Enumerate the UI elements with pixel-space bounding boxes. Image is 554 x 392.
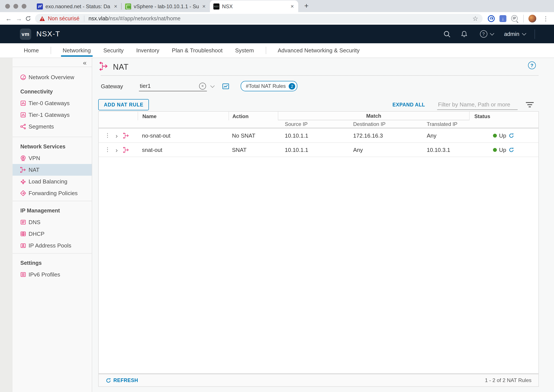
sidebar-item-ip-address-pools[interactable]: IP Address Pools [13, 240, 92, 251]
tab-close-icon[interactable]: × [290, 3, 295, 9]
help-icon[interactable]: ? [480, 30, 487, 38]
rule-destination-ip: Any [346, 147, 420, 153]
sidebar-divider [13, 137, 92, 137]
nav-advanced-networking[interactable]: Advanced Networking & Security [277, 43, 361, 57]
dhcp-icon [20, 231, 26, 237]
sidebar-item-ipv6-profiles[interactable]: IPv6 Profiles [13, 269, 92, 280]
sidebar-item-label: Tier-1 Gateways [28, 112, 70, 118]
window-zoom-button[interactable] [22, 4, 26, 8]
profile-avatar[interactable] [528, 14, 536, 22]
row-expand-chevron-icon[interactable]: › [116, 146, 118, 153]
ip-ring: IP [511, 15, 518, 22]
row-menu-icon[interactable]: ⋮ [105, 147, 110, 152]
expand-all-button[interactable]: EXPAND ALL [393, 102, 425, 107]
window-close-button[interactable] [5, 4, 10, 8]
window-minimize-button[interactable] [14, 4, 18, 8]
gateway-value: tier1 [139, 83, 151, 89]
total-nat-rules-chip[interactable]: #Total NAT Rules 2 [241, 81, 298, 91]
sidebar-item-forwarding-policies[interactable]: Forwarding Policies [13, 187, 92, 199]
clear-selection-icon[interactable]: × [199, 82, 206, 89]
onepassword-extension-icon[interactable] [488, 15, 495, 22]
gateway-chevron-down-icon[interactable] [210, 83, 215, 88]
refresh-button[interactable]: REFRESH [105, 378, 138, 383]
status-refresh-icon[interactable] [508, 133, 514, 138]
action-column-header: Action [229, 112, 278, 120]
sidebar-collapse-button[interactable]: « [13, 58, 92, 67]
status-label: Up [499, 147, 506, 153]
tab-close-icon[interactable]: × [113, 3, 118, 9]
nav-home[interactable]: Home [23, 43, 40, 57]
sidebar-item-label: Load Balancing [28, 178, 67, 185]
sidebar-item-dhcp[interactable]: DHCP [13, 228, 92, 240]
ip-pools-icon [20, 242, 26, 249]
sidebar-item-vpn[interactable]: VPN [13, 152, 92, 164]
nav-system[interactable]: System [234, 43, 255, 57]
back-button[interactable]: ← [3, 15, 14, 22]
bookmark-star-icon[interactable]: ☆ [472, 14, 478, 22]
row-menu-icon[interactable]: ⋮ [105, 133, 110, 138]
sidebar-item-segments[interactable]: Segments [13, 121, 92, 133]
nav-divider [266, 47, 266, 54]
sidebar-item-nat[interactable]: NAT [13, 164, 92, 176]
sidebar-item-dns[interactable]: DNS [13, 216, 92, 228]
browser-tab-nsx-active[interactable]: NSX NSX × [210, 0, 298, 12]
filter-icon[interactable] [526, 102, 534, 107]
table-row[interactable]: ⋮ › snat-out SNAT 10.10.1.1 Any 10.10.3.… [99, 143, 538, 157]
user-chevron-down-icon [522, 31, 526, 35]
user-menu[interactable]: admin [504, 31, 519, 37]
app-body: « Network Overview Connectivity Tier-0 G… [0, 58, 554, 392]
url-path: /nsx/#/app/networks/nat/home [108, 15, 181, 21]
nav-networking[interactable]: Networking [62, 43, 91, 57]
product-name: NSX-T [36, 30, 60, 38]
browser-menu-icon[interactable]: ⋮ [541, 15, 551, 22]
nav-inventory[interactable]: Inventory [135, 43, 160, 57]
not-secure-label: Non sécurisé [48, 15, 79, 21]
sidebar-item-network-overview[interactable]: Network Overview [13, 71, 92, 83]
nav-security[interactable]: Security [102, 43, 124, 57]
forward-button[interactable]: → [14, 15, 24, 22]
url-host: nsx.vlab [89, 15, 108, 21]
sidebar-item-label: Tier-0 Gateways [28, 100, 70, 106]
tab-title: exo.naoned.net - Status: Dashbo [45, 3, 111, 9]
address-bar[interactable]: Non sécurisé nsx.vlab /nsx/#/app/network… [35, 14, 483, 23]
browser-tab-vsphere[interactable]: vSphere - lab-10.10.1.1 - Summar × [122, 0, 210, 12]
nav-plan-troubleshoot[interactable]: Plan & Troubleshoot [171, 43, 223, 57]
load-balancing-icon [20, 178, 26, 185]
sidebar: « Network Overview Connectivity Tier-0 G… [13, 58, 92, 392]
name-column-header: Name [138, 112, 229, 120]
reload-button[interactable] [25, 15, 31, 21]
tab-close-icon[interactable]: × [202, 3, 206, 9]
add-nat-rule-button[interactable]: ADD NAT RULE [98, 99, 149, 110]
sidebar-item-label: Segments [28, 123, 54, 130]
sidebar-item-tier1-gateways[interactable]: Tier-1 Gateways [13, 109, 92, 121]
translated-ip-column-header: Translated IP [420, 121, 488, 127]
page-help-icon[interactable]: ? [528, 62, 536, 69]
sidebar-item-label: Network Overview [28, 74, 74, 80]
sidebar-item-load-balancing[interactable]: Load Balancing [13, 176, 92, 187]
status-refresh-icon[interactable] [508, 147, 514, 153]
vsphere-favicon-icon [125, 3, 131, 9]
nat-rule-icon [123, 132, 129, 139]
gateway-select[interactable]: tier1 × [139, 81, 207, 91]
left-gutter [0, 58, 13, 392]
browser-tab-exo[interactable]: pf exo.naoned.net - Status: Dashbo × [33, 0, 122, 12]
search-icon[interactable] [443, 30, 451, 38]
source-ip-column-header: Source IP [278, 121, 346, 127]
rule-translated-ip: 10.10.3.1 [420, 147, 488, 153]
filter-input[interactable] [437, 100, 518, 110]
download-extension-icon[interactable]: ↓ [499, 15, 506, 22]
status-up-dot [493, 148, 497, 152]
table-row[interactable]: ⋮ › no-snat-out No SNAT 10.10.1.1 172.16… [99, 128, 538, 143]
row-expand-chevron-icon[interactable]: › [116, 132, 118, 139]
sidebar-item-label: DHCP [28, 231, 45, 237]
ip-lookup-extension-icon[interactable]: IP [511, 15, 519, 22]
sidebar-section-network-services: Network Services [13, 141, 92, 152]
table-empty-area [99, 157, 538, 373]
new-tab-button[interactable]: + [302, 2, 310, 12]
notifications-bell-icon[interactable] [460, 30, 468, 38]
gateway-stats-icon[interactable] [222, 82, 229, 90]
row-count-label: 1 - 2 of 2 NAT Rules [485, 377, 532, 383]
main-content: NAT ? Gateway tier1 × #Total NAT Rules 2 [92, 58, 554, 392]
sidebar-item-tier0-gateways[interactable]: Tier-0 Gateways [13, 97, 92, 109]
table-toolbar: ADD NAT RULE EXPAND ALL [98, 99, 539, 110]
